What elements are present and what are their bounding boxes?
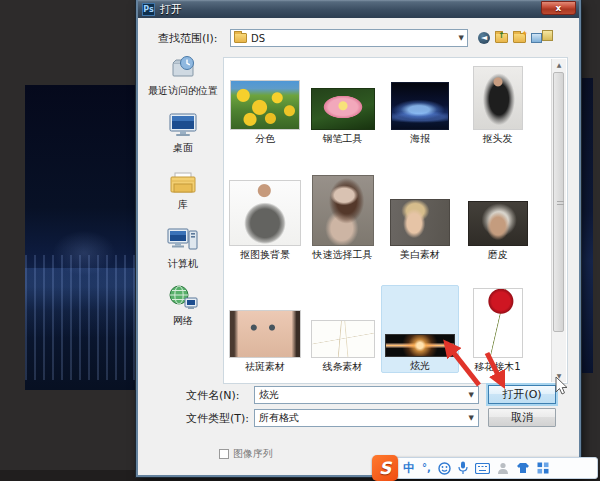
- image-sequence-label: 图像序列: [233, 447, 273, 461]
- file-item[interactable]: 钢笔工具: [304, 61, 381, 145]
- new-folder-icon[interactable]: ✦: [513, 33, 526, 43]
- up-one-level-icon[interactable]: ↑: [495, 33, 508, 43]
- file-item[interactable]: 抠图换背景: [226, 145, 304, 261]
- file-item[interactable]: 海报: [381, 61, 459, 145]
- file-type-value: 所有格式: [259, 411, 299, 425]
- file-type-select[interactable]: 所有格式 ▼: [254, 409, 479, 427]
- file-label: 磨皮: [488, 249, 508, 261]
- file-thumbnail: [473, 66, 523, 130]
- look-in-combobox[interactable]: DS ▼: [230, 29, 468, 47]
- file-item[interactable]: 抠头发: [459, 61, 536, 145]
- desktop-icon: [167, 111, 199, 139]
- file-name-input[interactable]: 炫光 ▼: [254, 386, 479, 404]
- file-name-label: 文件名(N):: [186, 388, 254, 403]
- close-button[interactable]: x: [541, 1, 576, 15]
- toolbox-icon[interactable]: [537, 462, 549, 474]
- background-image-edge: [580, 78, 593, 373]
- file-item-selected[interactable]: 炫光: [381, 285, 459, 373]
- preview-icon[interactable]: [542, 30, 553, 41]
- file-item[interactable]: 美白素材: [381, 145, 459, 261]
- ime-toolbar[interactable]: S 中 °,: [374, 457, 598, 479]
- cancel-button[interactable]: 取消: [488, 408, 556, 427]
- file-thumbnail: [230, 80, 300, 130]
- file-thumbnail: [311, 88, 375, 130]
- scroll-up-icon[interactable]: ▲: [552, 59, 566, 71]
- file-thumbnail: [229, 310, 301, 358]
- file-item[interactable]: 祛斑素材: [226, 261, 304, 373]
- microphone-icon[interactable]: [458, 461, 468, 475]
- chinese-mode-icon[interactable]: 中: [403, 458, 415, 478]
- sidebar-item-libraries[interactable]: 库: [144, 168, 222, 212]
- file-label: 钢笔工具: [323, 133, 363, 145]
- recent-places-icon: [168, 54, 198, 82]
- file-item[interactable]: 快速选择工具: [304, 145, 381, 261]
- file-label: 海报: [410, 133, 430, 145]
- chevron-down-icon[interactable]: ▼: [469, 391, 474, 399]
- back-icon[interactable]: ◄: [478, 32, 490, 44]
- look-in-label: 查找范围(I):: [158, 31, 230, 46]
- sidebar-item-desktop[interactable]: 桌面: [144, 111, 222, 155]
- keyboard-icon[interactable]: [475, 463, 490, 474]
- file-name-value: 炫光: [259, 388, 279, 402]
- file-label: 抠图换背景: [240, 249, 290, 261]
- vertical-scrollbar[interactable]: ▲ ▼: [551, 59, 566, 382]
- view-pane-icon: [531, 33, 542, 43]
- file-thumbnail: [390, 199, 450, 246]
- open-dialog: Ps 打开 x 查找范围(I): DS ▼ ◄ ↑ ✦: [136, 0, 581, 477]
- file-item[interactable]: 线条素材: [304, 261, 381, 373]
- file-thumbnail: [229, 180, 301, 246]
- file-label: 美白素材: [400, 249, 440, 261]
- profile-icon[interactable]: [497, 462, 509, 475]
- sidebar-item-computer[interactable]: 计算机: [144, 225, 222, 271]
- image-sequence-checkbox-row[interactable]: 图像序列: [219, 447, 273, 461]
- photoshop-app-icon: Ps: [142, 3, 155, 16]
- desktop: Ps 打开 x 查找范围(I): DS ▼ ◄ ↑ ✦: [0, 0, 600, 481]
- dialog-titlebar[interactable]: Ps 打开 x: [138, 0, 579, 18]
- file-label: 祛斑素材: [245, 361, 285, 373]
- punctuation-icon[interactable]: °,: [422, 458, 431, 478]
- scrollbar-grip: [557, 201, 564, 207]
- file-label: 移花接木1: [474, 361, 520, 373]
- checkbox-unchecked[interactable]: [219, 449, 229, 459]
- open-button[interactable]: 打开(O): [488, 385, 556, 404]
- sidebar-item-recent-places[interactable]: 最近访问的位置: [144, 54, 222, 98]
- emoji-icon[interactable]: [438, 462, 451, 475]
- network-icon: [167, 284, 199, 312]
- folder-icon: [234, 33, 247, 43]
- file-label: 抠头发: [483, 133, 513, 145]
- computer-icon: [166, 225, 200, 255]
- file-list: 分色 钢笔工具 海报 抠头发 抠图换背景: [223, 57, 568, 384]
- sogou-logo-icon[interactable]: S: [372, 455, 398, 481]
- file-label: 炫光: [410, 360, 430, 372]
- sidebar-item-label: 最近访问的位置: [148, 84, 218, 98]
- sidebar-item-network[interactable]: 网络: [144, 284, 222, 328]
- sidebar-item-label: 网络: [173, 314, 193, 328]
- file-thumbnail: [311, 320, 375, 358]
- scrollbar-thumb[interactable]: [553, 72, 564, 332]
- chevron-down-icon[interactable]: ▼: [469, 414, 474, 422]
- file-thumbnail: [391, 82, 449, 130]
- file-grid: 分色 钢笔工具 海报 抠头发 抠图换背景: [226, 61, 538, 373]
- file-thumbnail: [312, 175, 374, 246]
- file-item[interactable]: 移花接木1: [459, 261, 536, 373]
- file-thumbnail: [468, 201, 528, 246]
- libraries-icon: [167, 168, 199, 196]
- file-thumbnail: [473, 288, 523, 358]
- file-thumbnail: [385, 334, 455, 357]
- background-canvas-image: [25, 85, 135, 390]
- file-label: 快速选择工具: [313, 249, 373, 261]
- chevron-down-icon[interactable]: ▼: [459, 34, 464, 42]
- scroll-down-icon[interactable]: ▼: [552, 370, 566, 382]
- look-in-value: DS: [251, 33, 265, 44]
- up-arrow-icon: ↑: [498, 31, 505, 40]
- file-type-label: 文件类型(T):: [186, 411, 254, 426]
- file-item[interactable]: 磨皮: [459, 145, 536, 261]
- file-label: 分色: [255, 133, 275, 145]
- sidebar-item-label: 桌面: [173, 141, 193, 155]
- file-item[interactable]: 分色: [226, 61, 304, 145]
- file-label: 线条素材: [323, 361, 363, 373]
- places-sidebar: 最近访问的位置 桌面: [144, 54, 222, 328]
- skin-icon[interactable]: [516, 462, 530, 474]
- sparkle-icon: ✦: [521, 29, 528, 38]
- sidebar-item-label: 计算机: [168, 257, 198, 271]
